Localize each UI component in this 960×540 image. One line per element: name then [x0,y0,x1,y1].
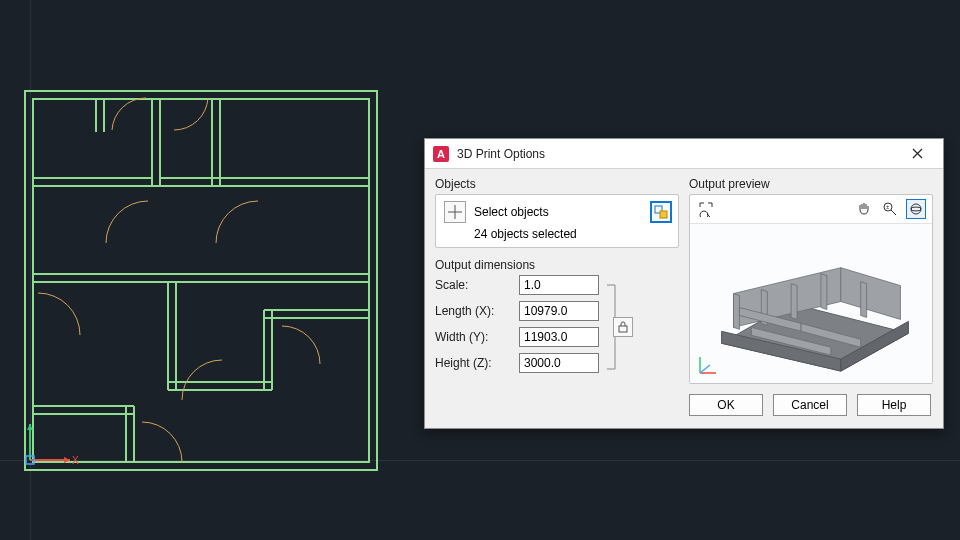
svg-marker-47 [791,284,797,320]
width-label: Width (Y): [435,330,519,344]
pan-icon[interactable] [854,199,874,219]
preview-viewport[interactable] [690,223,932,383]
svg-marker-26 [64,457,70,463]
cancel-button[interactable]: Cancel [773,394,847,416]
svg-marker-29 [27,424,33,430]
svg-point-39 [911,204,921,214]
objects-panel: Select objects 24 objects selected [435,194,679,248]
help-button[interactable]: Help [857,394,931,416]
svg-marker-49 [821,274,827,310]
width-input[interactable] [519,327,599,347]
svg-text:X: X [72,455,79,466]
close-button[interactable] [897,140,937,168]
dialog-titlebar: A 3D Print Options [425,139,943,169]
lock-brace [603,275,631,379]
preview-ucs-icon [696,353,720,377]
ucs-icon: X [20,420,80,480]
dialog-title: 3D Print Options [457,147,897,161]
svg-line-37 [891,210,896,215]
svg-point-40 [911,207,921,211]
zoom-icon[interactable]: ± [880,199,900,219]
svg-text:±: ± [886,204,890,210]
selection-status: 24 objects selected [474,227,670,241]
lock-aspect-button[interactable] [613,317,633,337]
dimensions-section-label: Output dimensions [435,258,679,272]
preview-section-label: Output preview [689,177,933,191]
svg-marker-46 [733,294,739,330]
app-icon: A [433,146,449,162]
svg-rect-34 [660,211,667,218]
objects-section-label: Objects [435,177,679,191]
svg-marker-50 [861,282,867,318]
quick-select-button[interactable] [650,201,672,223]
scale-label: Scale: [435,278,519,292]
length-label: Length (X): [435,304,519,318]
ok-button[interactable]: OK [689,394,763,416]
height-input[interactable] [519,353,599,373]
svg-rect-35 [619,326,627,332]
svg-rect-1 [33,99,369,462]
length-input[interactable] [519,301,599,321]
svg-marker-45 [841,268,901,320]
floor-plan-drawing [24,90,378,471]
svg-line-56 [700,365,710,373]
height-label: Height (Z): [435,356,519,370]
zoom-extents-icon[interactable] [696,199,716,219]
select-objects-button[interactable] [444,201,466,223]
select-objects-label: Select objects [474,205,549,219]
print-options-dialog: A 3D Print Options Objects Select object… [424,138,944,429]
preview-panel: ± [689,194,933,384]
scale-input[interactable] [519,275,599,295]
orbit-icon[interactable] [906,199,926,219]
